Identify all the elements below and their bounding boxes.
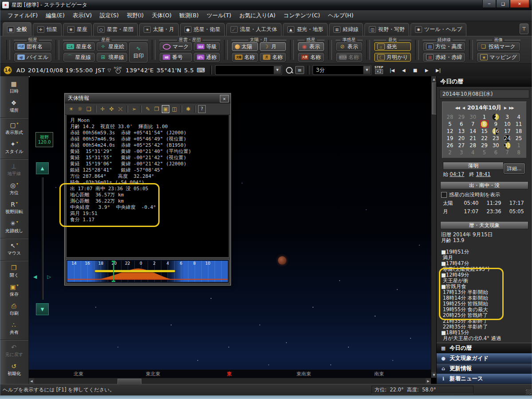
- skip-start-button[interactable]: |◀: [387, 66, 397, 74]
- sidebar-item-light-trail[interactable]: ✳ ▾ 光跡残し: [0, 218, 28, 237]
- moon-toggle-button[interactable]: ☽ 月: [260, 42, 286, 51]
- calendar-day[interactable]: 18: [513, 128, 524, 134]
- sidebar-item-print[interactable]: ⎙ 印刷: [0, 300, 28, 319]
- zoom-out-button[interactable]: ▼: [36, 303, 49, 315]
- keyboard-icon[interactable]: ⌨: [196, 67, 205, 74]
- crosshair-lock-icon[interactable]: ✜: [108, 105, 115, 113]
- planet-rise-set-checkbox-row[interactable]: 惑星の出没時刻を表示: [441, 192, 532, 198]
- calendar-day[interactable]: 6: [456, 121, 467, 127]
- post-mark-button[interactable]: ❏ 投稿マーク: [477, 42, 520, 51]
- sun-toggle-button[interactable]: 太陽: [232, 42, 258, 51]
- calendar-day[interactable]: 24: [501, 135, 513, 141]
- tab-fov-photo[interactable]: ◫ 視野・写野: [364, 23, 409, 36]
- prev-month-button[interactable]: ◀: [462, 106, 465, 110]
- calendar-day[interactable]: 2: [490, 113, 501, 120]
- calendar-day[interactable]: 30: [490, 142, 501, 149]
- next-year-button[interactable]: ▶▶: [509, 106, 513, 110]
- sidebar-item-view-rotation[interactable]: R ▾ 視野回転: [0, 199, 28, 218]
- tab-constellations[interactable]: ❋ 星座: [63, 23, 92, 36]
- calendar-day[interactable]: 7: [501, 149, 513, 156]
- calendar-day[interactable]: 10: [501, 121, 513, 127]
- multi-object-icon[interactable]: ❏: [85, 105, 93, 113]
- constellation-art-button[interactable]: ✧ 星座絵: [97, 42, 127, 51]
- calendar-day[interactable]: 28: [467, 142, 479, 149]
- visibility-timeline[interactable]: 14161820220246810: [66, 259, 229, 283]
- calendar-day[interactable]: 3: [456, 149, 467, 156]
- eclipsed-moon[interactable]: [278, 256, 286, 265]
- calendar-day[interactable]: 6: [490, 149, 501, 156]
- play-forward-button[interactable]: ▶: [421, 66, 432, 74]
- calendar-day[interactable]: 30: [467, 113, 479, 120]
- sun-name-button[interactable]: 太陽 名称: [232, 53, 258, 62]
- azimuth-altitude-grid-button[interactable]: ⊞ 方位・高度: [423, 42, 465, 51]
- magnitude-limit-value[interactable]: 5.5: [184, 67, 194, 74]
- sidebar-item-open[interactable]: ❒ 開く: [0, 260, 28, 281]
- longitude-value[interactable]: 139°42'E: [125, 67, 154, 74]
- dialog-close-icon[interactable]: ×: [220, 95, 229, 102]
- object-info-dialog[interactable]: 天体情報 × ☀☼❏✛✜⤬➢✎❐▣◫✱? 月 Moon月齢 14.2 視直径 3…: [64, 93, 231, 286]
- nebula-common-name-button[interactable]: ばら 通称: [194, 53, 220, 62]
- tab-tools-help[interactable]: ✱ ツール・ヘルプ: [411, 23, 466, 36]
- minimize-button[interactable]: ─: [482, 0, 496, 8]
- now-button[interactable]: NOW: [114, 66, 122, 74]
- fov-slider-track[interactable]: [41, 177, 43, 300]
- nav-today-calendar[interactable]: ▦ 今日の暦: [437, 343, 532, 353]
- calendar-day[interactable]: 15: [479, 128, 490, 134]
- tab-daylight-terrain[interactable]: ▲ 昼光・地形: [283, 23, 328, 36]
- calendar-day[interactable]: 25: [513, 135, 524, 141]
- tab-planets-satellites[interactable]: ● 惑星・衛星: [180, 23, 225, 36]
- play-backward-button[interactable]: ◀: [398, 66, 409, 74]
- pointer-select-icon[interactable]: ➢: [130, 105, 138, 113]
- proper-name-button[interactable]: ベガ 固有名: [14, 42, 51, 51]
- step-multiplier-button[interactable]: STEP ×2: [375, 66, 383, 74]
- menu-item[interactable]: 編集(E): [42, 11, 69, 21]
- datetime-value[interactable]: 2014/10/08 19:55:00: [28, 67, 93, 74]
- search-icon[interactable]: [286, 67, 293, 74]
- constellation-name-button[interactable]: こと 星座名: [63, 42, 95, 51]
- scroll-left-icon[interactable]: ◀: [29, 378, 34, 384]
- calendar-day[interactable]: 27: [456, 142, 467, 149]
- calendar-day[interactable]: 29: [479, 142, 490, 149]
- search-dropdown-icon[interactable]: ▼: [274, 66, 281, 74]
- calendar-day[interactable]: 8: [513, 149, 524, 156]
- calendar-day[interactable]: 13: [456, 128, 467, 134]
- menu-item[interactable]: ツール(T): [203, 11, 235, 21]
- calendar-day[interactable]: 22: [479, 135, 490, 141]
- current-time-marker[interactable]: [113, 261, 114, 282]
- duplicate-window-icon[interactable]: ❐: [153, 105, 160, 113]
- calendar-day[interactable]: 1: [513, 142, 524, 149]
- calendar-day[interactable]: 12: [444, 128, 456, 134]
- fov-slider-handle[interactable]: ◀ ▷: [33, 274, 51, 280]
- calendar-day[interactable]: 23: [490, 135, 501, 141]
- sidebar-item-horizon[interactable]: ⊥ 地平線: [0, 159, 28, 180]
- scroll-right-icon[interactable]: ▶: [426, 378, 431, 384]
- toolbar-separator[interactable]: [95, 106, 97, 113]
- sidebar-item-location[interactable]: ❖ 場所: [0, 97, 28, 116]
- sidebar-item-undo[interactable]: ↶ 元に戻す: [0, 340, 28, 360]
- toolbar-separator[interactable]: [194, 106, 196, 113]
- nav-update-info[interactable]: ⌂ 更新情報: [437, 364, 532, 374]
- nebula-mark-button[interactable]: マーク: [160, 42, 192, 51]
- light-up-icon[interactable]: ☀: [67, 105, 75, 113]
- sidebar-item-reset[interactable]: ↺ 初期化: [0, 360, 28, 379]
- menu-item[interactable]: 視野(I): [123, 11, 148, 21]
- image-view-icon[interactable]: ▣: [162, 105, 169, 113]
- calendar-day[interactable]: 4: [513, 113, 524, 120]
- calendar-day[interactable]: 7: [467, 121, 479, 127]
- moonlight-button[interactable]: ☾ 月明かり: [374, 53, 411, 62]
- toolbar-separator[interactable]: [126, 106, 128, 113]
- calendar-day[interactable]: 17: [501, 128, 513, 134]
- nebula-number-button[interactable]: M8 番号: [160, 53, 192, 62]
- settings-gear-icon[interactable]: ✱: [184, 105, 192, 113]
- tab-general[interactable]: ▩ 全般: [3, 22, 31, 36]
- sidebar-item-azimuth[interactable]: ◎ ▾ 方位: [0, 180, 28, 199]
- menu-item[interactable]: 天体(O): [148, 11, 176, 21]
- help-icon[interactable]: ?: [198, 105, 206, 113]
- menu-item[interactable]: 観測(B): [176, 11, 203, 21]
- daylight-button[interactable]: ☼ 昼光: [374, 42, 411, 51]
- tab-grid-lines[interactable]: ⊞ 経緯線: [329, 23, 363, 36]
- skip-end-button[interactable]: ▶|: [433, 66, 443, 74]
- sidebar-item-share[interactable]: ∴ 共有: [0, 319, 28, 338]
- zoom-in-button[interactable]: ▲: [36, 162, 49, 174]
- planet-name-button[interactable]: 火星 名称: [298, 53, 324, 62]
